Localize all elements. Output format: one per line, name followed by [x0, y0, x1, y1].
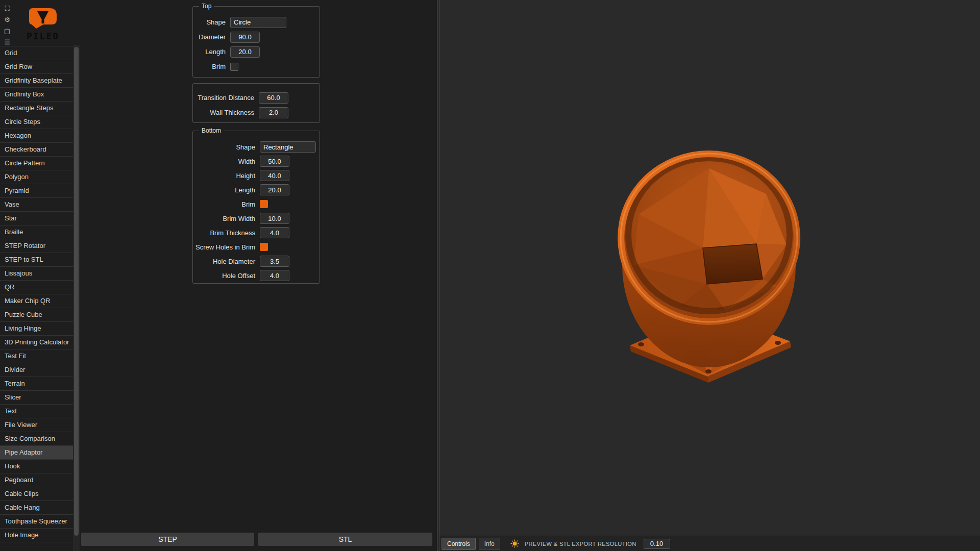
sidebar-item-lissajous[interactable]: Lissajous — [0, 267, 73, 281]
sidebar-item-hook[interactable]: Hook — [0, 460, 73, 473]
export-step-button[interactable]: STEP — [81, 533, 254, 546]
gear-icon[interactable]: ⚙ — [3, 15, 12, 24]
sidebar-item-text[interactable]: Text — [0, 405, 73, 418]
group-legend: Bottom — [199, 127, 224, 135]
group-bottom: BottomShapeWidthHeightLengthBrimBrim Wid… — [192, 131, 320, 284]
form-row: Brim — [193, 197, 320, 211]
tab-info[interactable]: Info — [479, 538, 500, 550]
brim-width-label: Brim Width — [193, 215, 255, 222]
brim-label: Brim — [193, 63, 226, 70]
sidebar-item-hole-image[interactable]: Hole Image — [0, 529, 73, 542]
form-row: Screw Holes in Brim — [193, 240, 320, 254]
form-row: Height — [193, 168, 320, 183]
fullscreen-icon[interactable]: ⛶ — [3, 4, 12, 13]
brim-checkbox[interactable] — [260, 200, 268, 208]
screw-hole — [775, 341, 781, 345]
form-row: Hole Offset — [193, 268, 320, 283]
brim-thickness-input[interactable] — [260, 227, 289, 238]
sidebar-item-circle-pattern[interactable]: Circle Pattern — [0, 157, 73, 170]
sidebar-item-toothpaste-squeezer[interactable]: Toothpaste Squeezer — [0, 515, 73, 529]
form-row: Transition Distance — [193, 90, 320, 105]
form-row: Width — [193, 154, 320, 168]
form-row: Length — [193, 183, 320, 197]
sidebar-item-3d-printing-calculator[interactable]: 3D Printing Calculator — [0, 336, 73, 349]
sidebar-item-circle-steps[interactable]: Circle Steps — [0, 115, 73, 129]
piled-logo-icon — [27, 5, 59, 29]
sidebar-item-polygon[interactable]: Polygon — [0, 170, 73, 184]
brim-width-input[interactable] — [260, 213, 289, 224]
form-row: Length — [193, 44, 320, 59]
screw-holes-in-brim-label: Screw Holes in Brim — [193, 243, 255, 251]
sidebar-item-hexagon[interactable]: Hexagon — [0, 129, 73, 143]
sidebar-item-living-hinge[interactable]: Living Hinge — [0, 322, 73, 336]
sidebar-item-checkerboard[interactable]: Checkerboard — [0, 143, 73, 157]
sidebar-item-rectangle-steps[interactable]: Rectangle Steps — [0, 102, 73, 115]
sidebar-item-cable-clips[interactable]: Cable Clips — [0, 487, 73, 501]
length-label: Length — [193, 186, 255, 194]
form-row: Wall Thickness — [193, 105, 320, 120]
group-top: TopShapeDiameterLengthBrim — [192, 6, 320, 78]
screw-holes-in-brim-checkbox[interactable] — [260, 243, 268, 251]
hole-offset-label: Hole Offset — [193, 272, 255, 280]
sidebar-item-gridfinity-box[interactable]: Gridfinity Box — [0, 88, 73, 102]
sidebar-item-cable-hang[interactable]: Cable Hang — [0, 501, 73, 515]
length-input[interactable] — [230, 46, 260, 58]
scrollbar-thumb[interactable] — [74, 47, 79, 536]
transition-distance-input[interactable] — [259, 92, 288, 104]
sidebar-item-pegboard[interactable]: Pegboard — [0, 473, 73, 487]
frame-icon[interactable]: ▢ — [3, 27, 12, 35]
sidebar-item-pipe-adaptor[interactable]: Pipe Adaptor — [0, 446, 73, 460]
sidebar-item-qr[interactable]: QR — [0, 281, 73, 294]
sidebar-item-step-to-stl[interactable]: STEP to STL — [0, 253, 73, 267]
hole-offset-input[interactable] — [260, 270, 289, 281]
sidebar-item-vase[interactable]: Vase — [0, 198, 73, 212]
group-legend: Top — [199, 2, 214, 10]
form-row: Brim Thickness — [193, 226, 320, 240]
wall-thickness-input[interactable] — [259, 107, 288, 118]
sidebar-item-pyramid[interactable]: Pyramid — [0, 184, 73, 198]
hole-diameter-input[interactable] — [260, 256, 289, 267]
sidebar-item-divider[interactable]: Divider — [0, 363, 73, 377]
form-row: Hole Diameter — [193, 254, 320, 268]
resolution-label: PREVIEW & STL EXPORT RESOLUTION — [525, 541, 636, 547]
group-transition: Transition DistanceWall Thickness — [192, 83, 320, 123]
sidebar-item-braille[interactable]: Braille — [0, 226, 73, 239]
height-input[interactable] — [260, 170, 289, 181]
sidebar-item-grid[interactable]: Grid — [0, 46, 73, 60]
sidebar-item-file-viewer[interactable]: File Viewer — [0, 418, 73, 432]
length-input[interactable] — [260, 184, 289, 195]
tab-controls[interactable]: Controls — [442, 538, 476, 550]
diameter-label: Diameter — [193, 33, 226, 41]
sidebar-item-step-rotator[interactable]: STEP Rotator — [0, 239, 73, 253]
resolution-input[interactable] — [644, 539, 670, 549]
wall-thickness-label: Wall Thickness — [193, 109, 254, 116]
form-row: Brim Width — [193, 211, 320, 226]
shape-input[interactable] — [260, 141, 316, 153]
menu-icon[interactable]: ☰ — [3, 38, 12, 46]
sidebar-item-slicer[interactable]: Slicer — [0, 391, 73, 405]
sidebar-item-maker-chip-qr[interactable]: Maker Chip QR — [0, 294, 73, 308]
sidebar-item-size-comparison[interactable]: Size Comparison — [0, 432, 73, 446]
sidebar-scrollbar[interactable] — [73, 45, 80, 551]
export-stl-button[interactable]: STL — [258, 533, 432, 546]
sidebar-item-terrain[interactable]: Terrain — [0, 377, 73, 391]
brim-checkbox[interactable] — [230, 63, 238, 71]
shape-input[interactable] — [230, 17, 286, 28]
shape-label: Shape — [193, 18, 226, 26]
screw-hole — [638, 342, 644, 346]
width-input[interactable] — [260, 156, 289, 167]
screw-hole — [705, 369, 712, 373]
sidebar-item-grid-row[interactable]: Grid Row — [0, 60, 73, 74]
sidebar-item-puzzle-cube[interactable]: Puzzle Cube — [0, 308, 73, 322]
sidebar-item-test-fit[interactable]: Test Fit — [0, 349, 73, 363]
form-row: Shape — [193, 15, 320, 30]
hole-diameter-label: Hole Diameter — [193, 258, 255, 265]
model-3d-canvas[interactable] — [439, 0, 980, 536]
diameter-input[interactable] — [230, 32, 260, 43]
viewport-bottom-bar: ControlsInfo PREVIEW & STL EXPORT RESOLU… — [439, 536, 980, 551]
sidebar-item-star[interactable]: Star — [0, 212, 73, 226]
app-logo: PILED — [22, 5, 63, 41]
sun-icon[interactable] — [510, 539, 519, 548]
corner-toolbar: ⛶⚙▢☰ — [3, 4, 12, 46]
sidebar-item-gridfinity-baseplate[interactable]: Gridfinity Baseplate — [0, 74, 73, 88]
